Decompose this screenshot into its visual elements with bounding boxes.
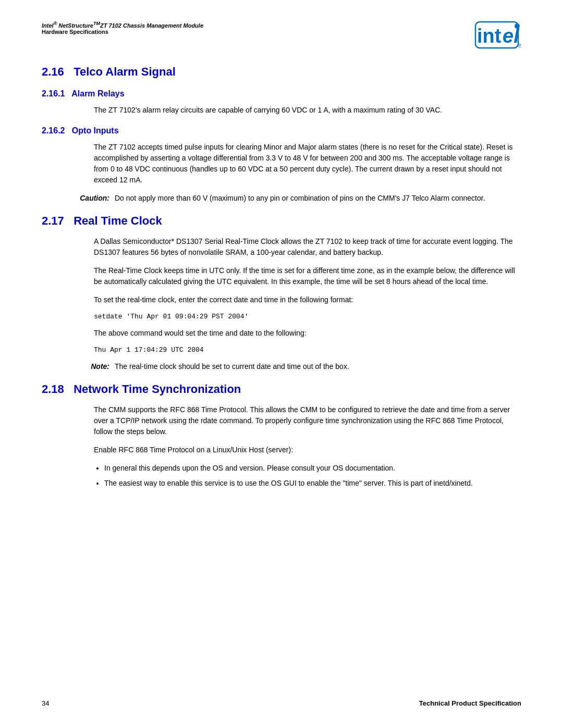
- section-217-para3: To set the real-time clock, enter the co…: [94, 294, 521, 305]
- product-line: Intel® NetStructureTMZT 7102 Chassis Man…: [42, 21, 203, 29]
- note-text: The real-time clock should be set to cur…: [115, 361, 349, 372]
- bullet-item-2: The easiest way to enable this service i…: [104, 478, 521, 489]
- subsection-2161-body: The ZT 7102's alarm relay circuits are c…: [94, 105, 521, 116]
- subsection-2162: 2.16.2 Opto Inputs The ZT 7102 accepts t…: [42, 126, 521, 204]
- section-218: 2.18 Network Time Synchronization The CM…: [42, 382, 521, 489]
- section-218-para1: The CMM supports the RFC 868 Time Protoc…: [94, 404, 521, 437]
- header-text: Intel® NetStructureTMZT 7102 Chassis Man…: [42, 21, 203, 35]
- svg-text:®: ®: [518, 43, 521, 49]
- footer-page-number: 34: [42, 699, 49, 707]
- bullet-list: In general this depends upon the OS and …: [104, 463, 521, 489]
- section-218-title: 2.18 Network Time Synchronization: [42, 382, 521, 396]
- bullet-item-1: In general this depends upon the OS and …: [104, 463, 521, 474]
- caution-label: Caution:: [73, 193, 115, 204]
- note-label: Note:: [73, 361, 115, 372]
- subsection-2161-title: 2.16.1 Alarm Relays: [42, 89, 521, 98]
- subsection-2161: 2.16.1 Alarm Relays The ZT 7102's alarm …: [42, 89, 521, 116]
- intel-logo: int el ®: [474, 21, 521, 50]
- section-216-title: 2.16 Telco Alarm Signal: [42, 65, 521, 79]
- subsection-2162-title: 2.16.2 Opto Inputs: [42, 126, 521, 135]
- svg-text:int: int: [477, 25, 501, 47]
- page-header: Intel® NetStructureTMZT 7102 Chassis Man…: [42, 21, 521, 50]
- subsection-2162-body: The ZT 7102 accepts timed pulse inputs f…: [94, 142, 521, 186]
- section-217-code1: setdate 'Thu Apr 01 09:04:29 PST 2004': [94, 313, 521, 320]
- section-216: 2.16 Telco Alarm Signal 2.16.1 Alarm Rel…: [42, 65, 521, 204]
- section-218-para2: Enable RFC 868 Time Protocol on a Linux/…: [94, 445, 521, 455]
- page: Intel® NetStructureTMZT 7102 Chassis Man…: [0, 0, 563, 728]
- caution-block: Caution: Do not apply more than 60 V (ma…: [73, 193, 521, 204]
- caution-text: Do not apply more than 60 V (maximum) to…: [115, 193, 485, 204]
- section-217-title: 2.17 Real Time Clock: [42, 214, 521, 228]
- section-217-para2: The Real-Time Clock keeps time in UTC on…: [94, 265, 521, 287]
- section-217-code2: Thu Apr 1 17:04:29 UTC 2004: [94, 346, 521, 354]
- section-217: 2.17 Real Time Clock A Dallas Semiconduc…: [42, 214, 521, 372]
- section-217-para1: A Dallas Semiconductor* DS1307 Serial Re…: [94, 236, 521, 258]
- page-footer: 34 Technical Product Specification: [42, 699, 521, 707]
- hardware-spec: Hardware Specifications: [42, 29, 203, 35]
- note-block: Note: The real-time clock should be set …: [73, 361, 521, 372]
- section-217-para4: The above command would set the time and…: [94, 328, 521, 339]
- footer-spec-label: Technical Product Specification: [419, 699, 521, 707]
